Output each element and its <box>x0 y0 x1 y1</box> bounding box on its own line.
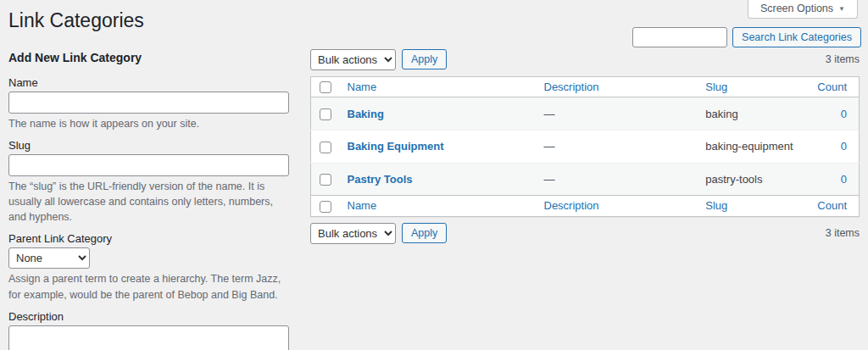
table-row: Baking Equipment — baking-equipment 0 <box>311 131 860 164</box>
select-all-checkbox-top[interactable] <box>320 81 331 93</box>
add-category-form: Add New Link Category Name The name is h… <box>8 49 289 350</box>
table-header-row: Name Description Slug Count <box>311 76 860 97</box>
row-checkbox[interactable] <box>320 108 331 120</box>
table-footer-row: Name Description Slug Count <box>311 196 860 217</box>
column-footer-description[interactable]: Description <box>544 199 599 212</box>
tablenav-bottom: Bulk actions Apply 3 items <box>310 223 860 244</box>
row-checkbox[interactable] <box>320 174 331 186</box>
category-count-link[interactable]: 0 <box>841 140 847 153</box>
bulk-actions-select-bottom[interactable]: Bulk actions <box>310 223 396 244</box>
column-header-name[interactable]: Name <box>348 81 377 93</box>
description-label: Description <box>8 310 289 323</box>
search-input[interactable] <box>632 27 727 47</box>
category-name-link[interactable]: Baking Equipment <box>348 140 444 153</box>
category-slug: pastry-tools <box>697 163 809 196</box>
category-count-link[interactable]: 0 <box>841 108 847 120</box>
name-help-text: The name is how it appears on your site. <box>8 116 289 131</box>
name-input[interactable] <box>8 92 289 114</box>
items-count-top: 3 items <box>826 53 860 65</box>
category-name-link[interactable]: Pastry Tools <box>348 173 413 186</box>
description-textarea[interactable] <box>8 325 289 350</box>
category-description: — <box>536 163 698 196</box>
category-slug: baking <box>697 97 809 131</box>
screen-options-button[interactable]: Screen Options ▼ <box>748 0 858 19</box>
slug-field-group: Slug The “slug” is the URL-friendly vers… <box>8 139 289 225</box>
page-wrap: Link Categories Add New Link Category Na… <box>0 0 868 350</box>
category-description: — <box>536 97 698 131</box>
tablenav-top: Bulk actions Apply 3 items <box>310 49 860 70</box>
bulk-actions-select-top[interactable]: Bulk actions <box>310 49 396 70</box>
name-field-group: Name The name is how it appears on your … <box>8 76 289 131</box>
items-count-bottom: 3 items <box>826 227 860 239</box>
column-footer-count[interactable]: Count <box>817 199 847 212</box>
name-label: Name <box>8 76 289 89</box>
slug-help-text: The “slug” is the URL-friendly version o… <box>8 179 289 225</box>
column-header-description[interactable]: Description <box>544 81 599 93</box>
column-header-slug[interactable]: Slug <box>705 81 727 93</box>
category-description: — <box>536 131 698 164</box>
apply-button-top[interactable]: Apply <box>402 49 447 69</box>
description-field-group: Description The description is not promi… <box>8 310 289 350</box>
slug-label: Slug <box>8 139 289 152</box>
search-box: Search Link Categories <box>632 27 861 47</box>
link-categories-table-panel: Bulk actions Apply 3 items Name Descript… <box>310 49 860 244</box>
form-heading: Add New Link Category <box>8 51 289 64</box>
parent-category-select[interactable]: None <box>8 247 90 269</box>
table-row: Baking — baking 0 <box>311 97 860 131</box>
row-checkbox[interactable] <box>320 142 331 153</box>
select-all-checkbox-bottom[interactable] <box>320 201 331 213</box>
category-name-link[interactable]: Baking <box>348 108 384 120</box>
table-row: Pastry Tools — pastry-tools 0 <box>311 163 860 196</box>
link-categories-table: Name Description Slug Count Baking — bak… <box>310 76 860 217</box>
category-count-link[interactable]: 0 <box>841 173 847 186</box>
parent-field-group: Parent Link Category None Assign a paren… <box>8 232 289 302</box>
column-header-count[interactable]: Count <box>817 81 847 93</box>
column-footer-slug[interactable]: Slug <box>705 199 727 212</box>
apply-button-bottom[interactable]: Apply <box>402 223 447 243</box>
parent-help-text: Assign a parent term to create a hierarc… <box>8 271 289 302</box>
screen-options-label: Screen Options <box>760 3 833 14</box>
content-columns: Add New Link Category Name The name is h… <box>8 49 860 350</box>
category-slug: baking-equipment <box>697 131 809 164</box>
column-footer-name[interactable]: Name <box>348 199 377 212</box>
slug-input[interactable] <box>8 154 289 176</box>
parent-category-label: Parent Link Category <box>8 232 289 245</box>
search-link-categories-button[interactable]: Search Link Categories <box>732 27 861 47</box>
chevron-down-icon: ▼ <box>838 5 845 13</box>
